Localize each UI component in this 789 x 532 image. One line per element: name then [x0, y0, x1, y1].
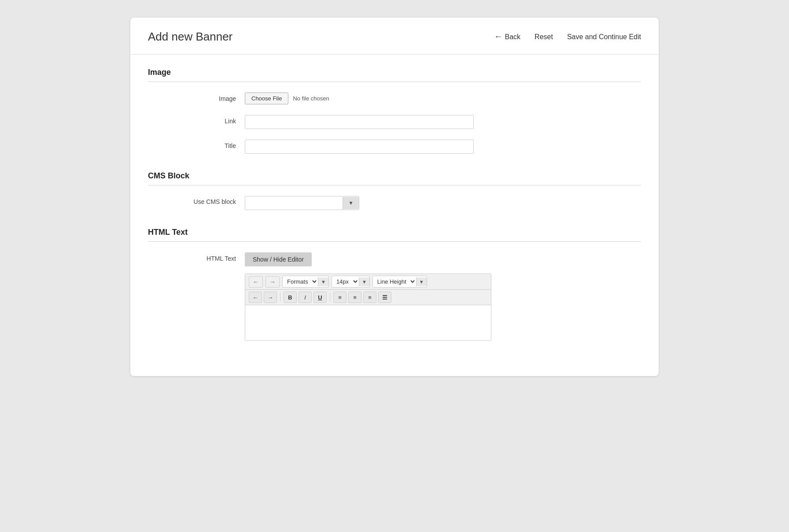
page-header: Add new Banner ← Back Reset Save and Con…	[130, 18, 659, 55]
editor-body[interactable]	[245, 305, 491, 340]
align-center-button[interactable]: ≡	[348, 292, 361, 303]
link-label: Link	[174, 115, 245, 125]
editor-wrapper: ← → Formats ▼ 14px	[245, 273, 491, 341]
cms-block-select[interactable]	[245, 196, 343, 210]
choose-file-button[interactable]: Choose File	[245, 92, 288, 104]
cms-block-field-row: Use CMS block ▼	[148, 196, 641, 210]
image-field-row: Image Choose File No file chosen	[148, 92, 641, 104]
back-arrow-icon: ←	[494, 32, 502, 41]
font-size-select-wrap: 14px ▼	[332, 276, 370, 288]
title-label: Title	[174, 140, 245, 149]
page-container: Add new Banner ← Back Reset Save and Con…	[130, 18, 659, 376]
align-justify-button[interactable]: ☰	[378, 292, 391, 303]
image-label: Image	[174, 92, 245, 102]
undo-icon-button[interactable]: ←	[249, 292, 262, 303]
html-text-section: HTML Text HTML Text Show / Hide Editor ←…	[148, 228, 641, 341]
link-field	[245, 115, 474, 129]
redo-button[interactable]: →	[265, 276, 280, 288]
save-button[interactable]: Save and Continue Edit	[567, 33, 641, 41]
font-size-arrow-icon: ▼	[359, 277, 369, 286]
title-field	[245, 140, 474, 154]
toolbar-separator-1	[280, 293, 280, 302]
link-field-row: Link	[148, 115, 641, 129]
line-height-select[interactable]: Line Height	[373, 276, 416, 287]
redo-icon-button[interactable]: →	[264, 292, 277, 303]
back-label: Back	[505, 33, 521, 41]
no-file-text: No file chosen	[293, 95, 329, 102]
image-field: Choose File No file chosen	[245, 92, 474, 104]
cms-block-select-wrapper: ▼	[245, 196, 359, 210]
title-input[interactable]	[245, 140, 474, 154]
page-title: Add new Banner	[148, 30, 232, 44]
undo-button[interactable]: ←	[249, 276, 263, 288]
image-section: Image Image Choose File No file chosen L…	[148, 68, 641, 154]
editor-toolbar-row2: ← → B I U ≡ ≡ ≡ ☰	[245, 290, 491, 305]
cms-block-section-title: CMS Block	[148, 171, 641, 185]
cms-block-label: Use CMS block	[174, 196, 245, 207]
align-right-button[interactable]: ≡	[363, 292, 376, 303]
html-text-label: HTML Text	[174, 252, 245, 262]
link-input[interactable]	[245, 115, 474, 129]
italic-button[interactable]: I	[299, 292, 312, 303]
header-actions: ← Back Reset Save and Continue Edit	[494, 32, 642, 41]
select-arrow-button[interactable]: ▼	[343, 197, 359, 209]
show-hide-editor-button[interactable]: Show / Hide Editor	[245, 252, 312, 266]
cms-block-field: ▼	[245, 196, 474, 210]
font-size-select[interactable]: 14px	[332, 276, 359, 287]
html-text-field: Show / Hide Editor ← → Formats ▼	[245, 252, 491, 341]
underline-button[interactable]: U	[313, 292, 327, 303]
bold-button[interactable]: B	[284, 292, 297, 303]
formats-arrow-icon: ▼	[318, 277, 328, 286]
editor-toolbar-row1: ← → Formats ▼ 14px	[245, 274, 491, 290]
title-field-row: Title	[148, 140, 641, 154]
reset-button[interactable]: Reset	[535, 33, 553, 41]
formats-select-wrap: Formats ▼	[282, 276, 329, 288]
back-link[interactable]: ← Back	[494, 32, 521, 41]
formats-select[interactable]: Formats	[283, 276, 318, 287]
toolbar-separator-2	[330, 293, 330, 302]
page-content: Image Image Choose File No file chosen L…	[130, 55, 659, 376]
cms-block-section: CMS Block Use CMS block ▼	[148, 171, 641, 210]
file-input-wrapper: Choose File No file chosen	[245, 92, 474, 104]
align-left-button[interactable]: ≡	[333, 292, 347, 303]
line-height-select-wrap: Line Height ▼	[372, 276, 427, 288]
line-height-arrow-icon: ▼	[416, 277, 427, 286]
html-text-field-row: HTML Text Show / Hide Editor ← → Formats	[148, 252, 641, 341]
html-text-section-title: HTML Text	[148, 228, 641, 242]
image-section-title: Image	[148, 68, 641, 82]
